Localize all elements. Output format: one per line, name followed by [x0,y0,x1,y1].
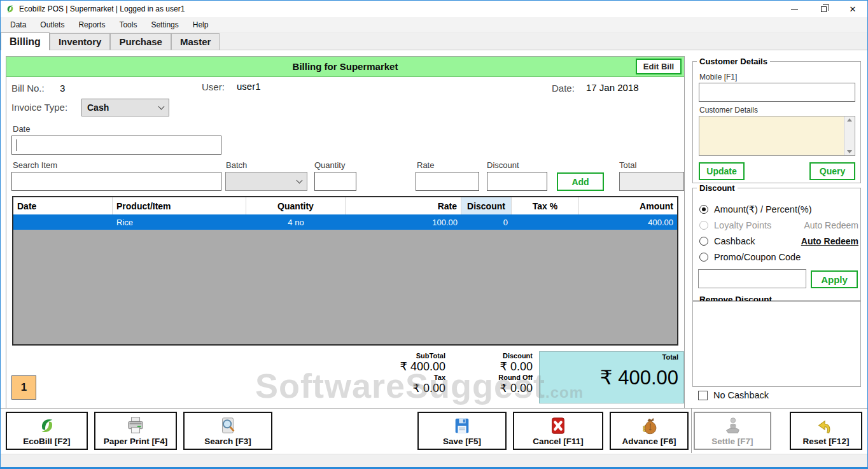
cancel-button[interactable]: Cancel [F11] [513,412,603,450]
cell-discount: 0 [461,214,512,230]
radio-disabled-icon [699,221,708,230]
items-table: Date Product/Item Quantity Rate Discount… [12,196,678,346]
window-title: Ecobillz POS | Supermarket | Logged in a… [19,4,185,13]
app-logo-icon [5,4,15,14]
option-cashback[interactable]: Cashback Auto Redeem [699,236,858,246]
customer-details-group: Customer Details Mobile [F1] Customer De… [692,57,861,183]
auto-redeem-disabled-text: Auto Redeem [804,220,858,230]
app-window: Ecobillz POS | Supermarket | Logged in a… [0,0,868,469]
col-rate[interactable]: Rate [346,197,461,214]
divider [1,408,868,409]
quantity-input[interactable] [314,172,356,191]
save-button[interactable]: Save [F5] [417,412,507,450]
printer-icon [125,416,146,435]
auto-redeem-link[interactable]: Auto Redeem [801,236,858,246]
add-button[interactable]: Add [557,172,604,191]
radio-selected-icon[interactable] [699,205,708,214]
chevron-down-icon [158,104,165,110]
invoice-type-select[interactable]: Cash [81,99,169,116]
mobile-input[interactable] [699,83,855,102]
reset-undo-icon [816,416,836,435]
advance-button[interactable]: Advance [F6] [610,412,689,450]
bill-no-label: Bill No.: [11,83,45,94]
title-bar: Ecobillz POS | Supermarket | Logged in a… [1,1,867,17]
bill-date-value: 17 Jan 2018 [586,82,639,93]
roundoff-value: ₹ 0.00 [452,381,533,395]
menu-help[interactable]: Help [186,17,216,32]
menu-tools[interactable]: Tools [112,17,144,32]
tab-purchase[interactable]: Purchase [110,33,171,50]
tab-billing[interactable]: Billing [1,32,50,50]
cell-date [13,214,113,230]
cell-rate: 100.00 [346,214,461,230]
cell-quantity: 4 no [246,214,346,230]
checkbox-icon[interactable] [698,391,708,400]
query-button[interactable]: Query [809,162,855,180]
page-number-button[interactable]: 1 [11,375,36,400]
col-quantity[interactable]: Quantity [246,197,346,214]
menu-reports[interactable]: Reports [71,17,112,32]
mobile-label: Mobile [F1] [699,73,737,81]
cell-amount: 400.00 [579,214,677,230]
radio-icon[interactable] [699,253,708,262]
paper-print-button[interactable]: Paper Print [F4] [94,412,177,450]
customer-details-label: Customer Details [699,106,758,115]
no-cashback-label: No Cashback [713,390,769,400]
col-tax[interactable]: Tax % [512,197,579,214]
ecobill-button[interactable]: EcoBill [F2] [6,412,88,450]
reset-button[interactable]: Reset [F12] [790,412,862,450]
col-date[interactable]: Date [13,197,113,214]
discount-total-value: ₹ 0.00 [452,360,533,374]
close-icon: ✕ [850,4,857,14]
col-amount[interactable]: Amount [579,197,677,214]
menu-bar: Data Outlets Reports Tools Settings Help [1,17,867,32]
tab-inventory[interactable]: Inventory [50,33,111,50]
col-product[interactable]: Product/Item [113,197,246,214]
edit-bill-button[interactable]: Edit Bill [636,59,682,74]
text-caret [17,139,17,151]
menu-outlets[interactable]: Outlets [33,17,71,32]
batch-select[interactable] [225,172,307,191]
customer-details-textarea[interactable] [699,116,855,156]
save-floppy-icon [452,416,472,435]
apply-button[interactable]: Apply [811,270,858,288]
search-icon [218,416,238,435]
discount-input[interactable] [487,172,547,191]
col-discount[interactable]: Discount [461,197,512,214]
rate-input[interactable] [416,172,479,191]
bill-date-label: Date: [552,83,575,94]
cancel-x-icon [549,416,568,435]
divider [691,409,692,453]
option-amount-percent[interactable]: Amount(₹) / Percent(%) [699,204,858,214]
option-promo-coupon[interactable]: Promo/Coupon Code [699,252,858,262]
menu-data[interactable]: Data [3,17,33,32]
tab-master[interactable]: Master [171,33,220,50]
money-bag-icon [640,416,659,435]
total-field [619,172,684,191]
scroll-down-icon[interactable] [847,150,852,153]
settle-button: Settle [F7] [694,412,771,450]
scrollbar[interactable] [844,116,855,155]
no-cashback-option[interactable]: No Cashback [698,390,769,400]
billing-panel: Billing for Supermarket Edit Bill Bill N… [6,56,685,409]
table-row[interactable]: Rice 4 no 100.00 0 400.00 [13,214,677,230]
date-input[interactable] [11,136,221,155]
close-button[interactable]: ✕ [838,1,867,17]
search-item-input[interactable] [11,172,221,191]
scroll-up-icon[interactable] [847,118,852,122]
date-field-label: Date [13,124,30,134]
radio-icon[interactable] [699,237,708,246]
discount-total-label: Discount [452,352,533,360]
search-button[interactable]: Search [F3] [183,412,272,450]
quantity-label: Quantity [314,160,345,170]
discount-group: Discount Amount(₹) / Percent(%) Loyalty … [692,183,861,301]
coupon-code-input[interactable] [698,269,806,288]
maximize-button[interactable] [809,1,838,17]
restore-icon [821,6,827,12]
minimize-button[interactable] [780,1,809,17]
minimize-icon [791,9,798,10]
menu-settings[interactable]: Settings [144,17,185,32]
chevron-down-icon [297,178,303,184]
table-empty-area [13,230,677,344]
update-button[interactable]: Update [699,162,745,180]
